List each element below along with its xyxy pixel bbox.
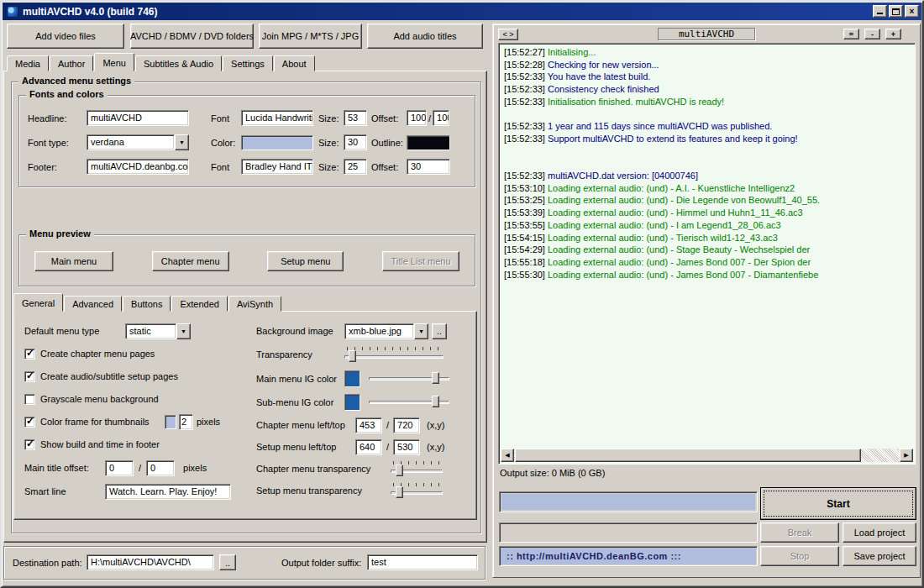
tab-menu[interactable]: Menu [94, 53, 134, 71]
headline-input[interactable]: multiAVCHD [87, 110, 189, 126]
main-title-offset-y-input[interactable]: 0 [146, 460, 175, 476]
transparency-slider[interactable] [344, 346, 444, 363]
chapter-menu-left-input[interactable]: 453 [355, 417, 382, 433]
main-title-offset-x-input[interactable]: 0 [105, 460, 134, 476]
tab-settings[interactable]: Settings [223, 55, 273, 71]
font-type-dropdown-button[interactable]: ▼ [175, 134, 189, 150]
destination-browse-button[interactable]: .. [219, 554, 236, 570]
setup-menu-preview-button[interactable]: Setup menu [267, 251, 344, 271]
checkbox-row-color-frame-for-thumbnails[interactable]: Color frame for thumbnails 2 pixels [24, 412, 248, 431]
minimize-button[interactable] [873, 5, 887, 18]
subtab-advanced[interactable]: Advanced [64, 296, 122, 312]
subtab-avisynth[interactable]: AviSynth [228, 296, 281, 312]
scrollbar-thumb[interactable] [515, 449, 861, 462]
body-size-input[interactable]: 30 [344, 134, 367, 150]
setup-menu-transparency-slider[interactable] [391, 482, 443, 499]
menu-tab-page: Advanced menu settings Fonts and colors … [3, 71, 487, 543]
footer-input[interactable]: multiAVCHD.deanbg.com [87, 159, 189, 175]
log-line: [15:52:33] You have the latest build. [504, 71, 913, 83]
save-project-button[interactable]: Save project [843, 546, 916, 566]
fonts-and-colors-group: Fonts and colors Headline: multiAVCHD Fo… [18, 95, 475, 187]
add-video-files-button[interactable]: Add video files [7, 24, 124, 49]
scroll-right-button[interactable]: ▶ [900, 449, 913, 462]
website-marquee[interactable]: :: http://multiAVCHD.deanBG.com ::: [499, 546, 758, 566]
slider-ticks [347, 347, 441, 350]
default-menu-type-dropdown-button[interactable]: ▼ [176, 323, 191, 339]
chapter-menu-preview-button[interactable]: Chapter menu [152, 251, 229, 271]
log-panel-title: multiAVCHD [658, 28, 755, 40]
checkbox[interactable] [24, 394, 35, 405]
output-folder-suffix-label: Output folder suffix: [281, 558, 367, 568]
output-folder-suffix-input[interactable]: test [367, 554, 478, 570]
background-image-dropdown[interactable]: xmb-blue.jpg ▼ [344, 323, 428, 339]
checkbox[interactable] [24, 349, 35, 360]
slider-thumb[interactable] [396, 465, 403, 476]
frame-width-input[interactable]: 2 [179, 414, 193, 430]
log-horizontal-scrollbar[interactable]: ◀ ▶ [501, 449, 913, 462]
checkbox[interactable] [24, 439, 35, 450]
slider-thumb[interactable] [432, 396, 439, 407]
chapter-menu-transparency-slider[interactable] [391, 460, 443, 477]
font-type-dropdown[interactable]: verdana ▼ [87, 134, 189, 150]
main-menu-ig-slider[interactable] [369, 370, 449, 387]
checkbox[interactable] [24, 371, 35, 382]
checkbox-row-grayscale-menu-background[interactable]: Grayscale menu background [24, 390, 248, 408]
chapter-menu-top-input[interactable]: 720 [393, 417, 420, 433]
log-maximize-button[interactable]: + [885, 29, 901, 39]
headline-size-input[interactable]: 53 [344, 110, 367, 126]
setup-menu-left-input[interactable]: 640 [355, 439, 382, 455]
slider-thumb[interactable] [432, 372, 439, 384]
break-button: Break [760, 522, 839, 543]
sub-menu-ig-slider[interactable] [369, 394, 449, 411]
general-right-column: Background image xmb-blue.jpg ▼ .. Trans… [256, 322, 468, 500]
default-menu-type-value[interactable]: static [125, 323, 176, 339]
sub-menu-ig-color-swatch[interactable] [344, 394, 360, 411]
footer-offset-input[interactable]: 30 [407, 159, 450, 175]
tab-subtitles-audio[interactable]: Subtitles & Audio [135, 55, 222, 71]
close-button[interactable]: × [905, 5, 919, 18]
maximize-button[interactable] [889, 5, 903, 18]
subtab-extended[interactable]: Extended [171, 296, 227, 312]
checkbox-row-create-audio-subtitle-setup-pages[interactable]: Create audio/subtitle setup pages [24, 367, 248, 386]
general-left-column: Default menu type static ▼ Create chapte… [24, 322, 248, 501]
font-color-swatch[interactable] [241, 135, 313, 150]
headline-offset-y-input[interactable]: 100 [433, 110, 449, 126]
background-image-browse-button[interactable]: .. [432, 323, 447, 339]
checkbox-row-show-build-and-time-in-footer[interactable]: Show build and time in footer [24, 435, 248, 454]
load-project-button[interactable]: Load project [843, 522, 916, 543]
smart-line-input[interactable]: Watch. Learn. Play. Enjoy! [105, 484, 231, 500]
join-mpg-mts-jpg-button[interactable]: Join MPG / M*TS / JPG [259, 24, 362, 49]
main-menu-preview-button[interactable]: Main menu [34, 251, 113, 271]
headline-font-input[interactable]: Lucida Handwriting [241, 110, 313, 126]
default-menu-type-dropdown[interactable]: static ▼ [125, 323, 191, 339]
checkbox[interactable] [24, 417, 35, 428]
start-button[interactable]: Start [760, 487, 916, 520]
frame-color-swatch[interactable] [165, 415, 176, 429]
scroll-left-button[interactable]: ◀ [501, 449, 514, 462]
checkbox-row-create-chapter-menu-pages[interactable]: Create chapter menu pages [24, 344, 248, 363]
outline-color-swatch[interactable] [407, 135, 450, 150]
log-nav-button[interactable]: < > [498, 29, 518, 40]
slider-thumb[interactable] [396, 486, 403, 498]
log-minimize-button[interactable]: - [864, 29, 880, 39]
tab-about[interactable]: About [274, 55, 315, 71]
log-layout-button[interactable]: = [843, 29, 859, 39]
offset1-separator: / [427, 113, 433, 123]
font-type-value[interactable]: verdana [87, 134, 175, 150]
main-menu-ig-color-swatch[interactable] [344, 370, 360, 387]
add-audio-titles-button[interactable]: Add audio titles [367, 24, 483, 49]
background-image-value[interactable]: xmb-blue.jpg [344, 323, 414, 339]
destination-path-input[interactable]: H:\multiAVCHD\AVCHD\ [87, 554, 214, 570]
avchd-bdmv-dvd-folders-button[interactable]: AVCHD / BDMV / DVD folders [130, 24, 254, 49]
subtab-general[interactable]: General [13, 293, 63, 312]
tab-author[interactable]: Author [50, 55, 93, 71]
headline-offset-x-input[interactable]: 100 [407, 110, 427, 126]
log-line: [15:53:55] Loading external audio: (und)… [504, 219, 913, 232]
setup-menu-top-input[interactable]: 530 [393, 439, 420, 455]
tab-media[interactable]: Media [7, 55, 49, 71]
slider-thumb[interactable] [349, 350, 356, 362]
footer-size-input[interactable]: 25 [344, 159, 367, 175]
background-image-dropdown-button[interactable]: ▼ [414, 323, 428, 339]
footer-font-input[interactable]: Bradley Hand ITC [241, 159, 313, 175]
subtab-buttons[interactable]: Buttons [123, 296, 171, 312]
